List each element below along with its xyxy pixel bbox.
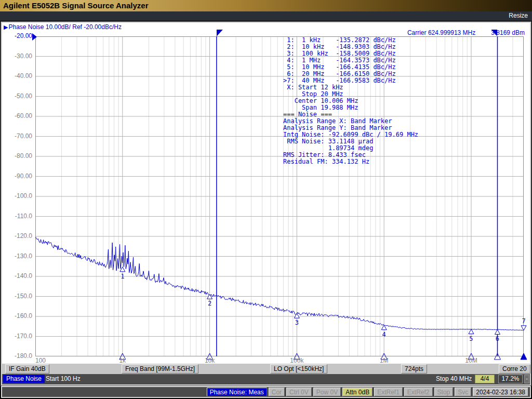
y-axis-label: -100.0 <box>3 192 32 200</box>
trace-marker-label-6: 6 <box>496 335 499 342</box>
y-axis-label: -90.00 <box>3 172 32 180</box>
trace-marker-label-7: 7 <box>522 317 525 325</box>
x-axis-label: 10M <box>456 357 487 364</box>
datetime-display: 2024-02-23 16:38 <box>473 388 528 396</box>
trace-marker-label-3: 3 <box>295 319 299 326</box>
mode-tab-phase-noise[interactable]: Phase Noise <box>3 375 45 383</box>
sweep-start-label: Start 100 Hz <box>46 375 81 382</box>
trace-marker-label-2: 2 <box>208 300 211 307</box>
trace-marker-label-4: 4 <box>382 331 386 338</box>
freq-band-indicator: Freq Band [99M-1.5GHz] <box>122 364 198 374</box>
stop-button[interactable]: Stop <box>434 388 454 396</box>
y-axis-label: -50.00 <box>3 92 32 100</box>
trace-marker-5[interactable] <box>469 329 474 334</box>
analyzer-screen: Agilent E5052B Signal Source Analyzer Re… <box>0 0 532 399</box>
x-axis-label: 1k <box>107 357 138 364</box>
window-title: Agilent E5052B Signal Source Analyzer <box>0 0 532 11</box>
y-axis-label: -20.00 <box>3 32 32 39</box>
y-axis-label: -180.0 <box>3 352 32 360</box>
reference-level-icon <box>32 33 37 41</box>
meas-status-button[interactable]: Phase Noise: Meas <box>207 388 267 396</box>
svc-button[interactable]: Svc <box>455 388 471 396</box>
marker-readout-list: 1: 1 kHz -135.2872 dBc/Hz 2: 10 kHz -148… <box>283 37 418 165</box>
y-axis-label: -120.0 <box>3 232 32 240</box>
y-axis-label: -110.0 <box>3 212 32 220</box>
axis-marker-indicator-6 <box>494 353 500 360</box>
points-indicator: 724pts <box>401 364 427 374</box>
y-axis-label: -80.00 <box>3 152 32 159</box>
cor-button[interactable]: Cor <box>269 388 285 396</box>
menu-bar: Resize <box>0 11 532 21</box>
y-axis-label: -60.00 <box>3 112 32 119</box>
y-axis-label: -70.00 <box>3 132 32 140</box>
x-axis-label: 10k <box>194 357 225 364</box>
phase-noise-plot[interactable]: 1234567 <box>35 36 524 356</box>
ctrl-voltage-button[interactable]: Ctrl 0V <box>286 388 312 396</box>
correction-indicator: Corre 20 <box>499 364 530 374</box>
lo-opt-indicator: LO Opt [<150kHz] <box>270 364 327 374</box>
trace-marker-6[interactable] <box>495 329 500 334</box>
x-axis-label: 1M <box>368 357 400 364</box>
extref1-button[interactable]: ExtRef1 <box>374 388 403 396</box>
sweep-stop-label: Stop 40 MHz <box>436 375 472 382</box>
setup-status-bar: IF Gain 40dB Freq Band [99M-1.5GHz] LO O… <box>2 364 530 374</box>
y-axis-label: -150.0 <box>3 292 32 300</box>
y-axis-label: -30.00 <box>3 52 32 60</box>
y-axis-label: -160.0 <box>3 312 32 320</box>
carrier-frequency: Carrier 624.999913 MHz <box>407 29 475 36</box>
y-axis-label: -40.00 <box>3 72 32 79</box>
trace-marker-label-5: 5 <box>469 335 473 342</box>
power-voltage-button[interactable]: Pow 0V <box>313 388 341 396</box>
x-axis-label: 100 <box>35 357 56 364</box>
if-gain-indicator: IF Gain 40dB <box>5 364 49 374</box>
active-trace-icon: ▶ <box>4 24 8 30</box>
resize-button[interactable]: Resize <box>509 12 528 19</box>
minimize-button[interactable]: - <box>524 375 529 383</box>
trace-scale-text: Phase Noise 10.00dB/ Ref -20.00dBc/Hz <box>8 23 121 31</box>
instrument-status-bar: Phase Noise: Meas Cor Ctrl 0V Pow 0V Att… <box>1 386 531 398</box>
attenuator-button[interactable]: Attn 0dB <box>342 388 373 396</box>
y-axis-label: -130.0 <box>3 252 32 260</box>
y-axis-label: -140.0 <box>3 272 32 280</box>
y-axis-label: -170.0 <box>3 332 32 340</box>
average-count-badge: 4/4 <box>475 375 495 383</box>
carrier-readout: Carrier 624.999913 MHz 3.8169 dBm <box>407 29 525 36</box>
measurement-status-bar: Phase Noise Start 100 Hz Stop 40 MHz 4/4… <box>2 374 530 384</box>
trace-marker-label-1: 1 <box>121 273 124 280</box>
extref2-button[interactable]: ExtRef2 <box>404 388 433 396</box>
sweep-progress-badge: 17.2% <box>498 375 523 383</box>
x-axis-label: 100k <box>281 357 312 364</box>
trace-scale-label: ▶Phase Noise 10.00dB/ Ref -20.00dBc/Hz <box>4 23 122 31</box>
